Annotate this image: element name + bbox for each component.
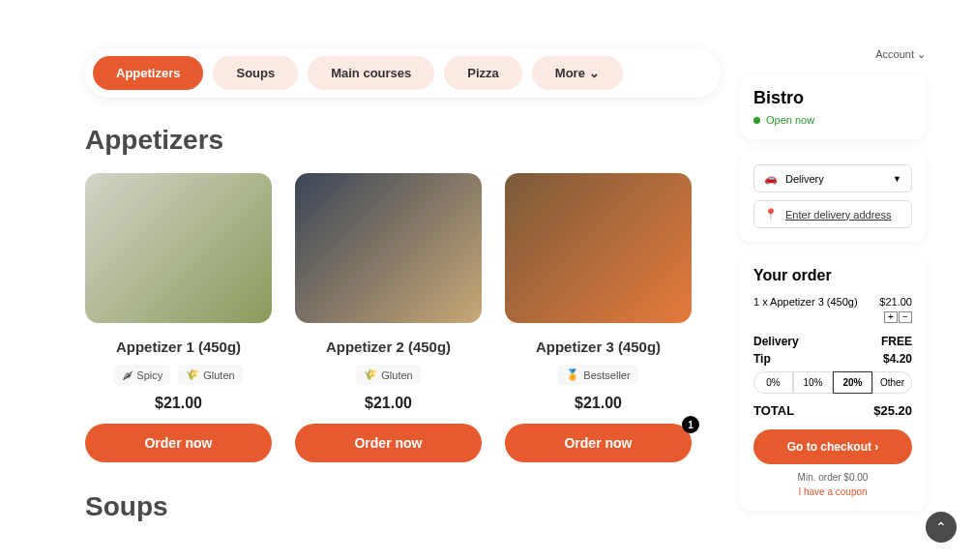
chevron-down-icon: ⌄ (917, 48, 926, 60)
delivery-fee-value: FREE (881, 335, 912, 348)
product-title: Appetizer 2 (450g) (295, 339, 482, 355)
tip-row: Tip $4.20 (753, 352, 912, 366)
order-panel: Your order 1 x Appetizer 3 (450g) $21.00… (740, 253, 926, 511)
chevron-down-icon: ⌄ (589, 66, 600, 80)
chili-icon: 🌶 (122, 369, 133, 381)
tab-main-courses[interactable]: Main courses (308, 56, 434, 90)
product-price: $21.00 (505, 395, 692, 412)
restaurant-name: Bistro (753, 88, 912, 108)
status-dot-icon (753, 117, 760, 124)
restaurant-panel: Bistro Open now (740, 74, 926, 139)
tab-more[interactable]: More ⌄ (532, 56, 623, 90)
order-button[interactable]: Order now (295, 424, 482, 462)
delivery-panel: 🚗 Delivery ▼ 📍 Enter delivery address (740, 151, 926, 242)
total-value: $25.20 (873, 403, 912, 418)
quantity-stepper: + − (753, 311, 912, 323)
order-line-item: 1 x Appetizer 3 (450g) $21.00 (753, 296, 912, 308)
product-title: Appetizer 3 (450g) (505, 339, 692, 355)
product-price: $21.00 (85, 395, 272, 412)
caret-down-icon: ▼ (893, 174, 901, 184)
product-image[interactable] (295, 173, 482, 323)
product-price: $21.00 (295, 395, 482, 412)
wheat-icon: 🌾 (364, 368, 377, 381)
tag-label: Spicy (136, 369, 162, 381)
tip-option-20[interactable]: 20% (833, 371, 872, 394)
delivery-address-input[interactable]: 📍 Enter delivery address (753, 200, 912, 228)
product-image[interactable] (505, 173, 692, 323)
address-prompt: Enter delivery address (785, 209, 891, 221)
product-card: Appetizer 2 (450g) 🌾 Gluten $21.00 Order… (295, 173, 482, 462)
scroll-to-top-button[interactable]: ⌃ (926, 512, 957, 543)
tag-label: Gluten (203, 369, 234, 381)
product-image[interactable] (85, 173, 272, 323)
open-status: Open now (753, 114, 912, 126)
tab-more-label: More (555, 66, 585, 80)
tag-gluten: 🌾 Gluten (356, 365, 420, 385)
tip-options: 0% 10% 20% Other (753, 371, 912, 394)
product-tags: 🌶 Spicy 🌾 Gluten (85, 365, 272, 385)
tip-option-0[interactable]: 0% (753, 371, 793, 394)
wheat-icon: 🌾 (186, 368, 199, 381)
tip-value: $4.20 (883, 352, 912, 366)
quantity-decrease-button[interactable]: − (899, 311, 912, 323)
min-order-text: Min. order $0.00 (753, 472, 912, 483)
tag-gluten: 🌾 Gluten (178, 365, 242, 385)
tip-option-10[interactable]: 10% (793, 371, 833, 394)
order-item-label: 1 x Appetizer 3 (450g) (753, 296, 858, 308)
tag-bestseller: 🏅 Bestseller (558, 365, 637, 385)
tag-spicy: 🌶 Spicy (114, 365, 170, 385)
order-title: Your order (753, 267, 912, 284)
tip-option-other[interactable]: Other (872, 371, 912, 394)
chevron-right-icon: › (874, 440, 878, 454)
coupon-link[interactable]: I have a coupon (753, 486, 912, 497)
quantity-increase-button[interactable]: + (884, 311, 898, 323)
car-icon: 🚗 (764, 172, 778, 185)
section-title-soups: Soups (85, 491, 721, 522)
tag-label: Bestseller (583, 369, 630, 381)
pin-icon: 📍 (764, 208, 778, 221)
cart-quantity-badge: 1 (682, 416, 699, 433)
tip-label: Tip (753, 352, 771, 366)
total-row: TOTAL $25.20 (753, 403, 912, 418)
order-item-price: $21.00 (879, 296, 912, 308)
open-label: Open now (766, 114, 814, 126)
section-title-appetizers: Appetizers (85, 125, 721, 156)
delivery-method-select[interactable]: 🚗 Delivery ▼ (753, 164, 912, 192)
product-title: Appetizer 1 (450g) (85, 339, 272, 355)
account-menu[interactable]: Account ⌄ (740, 48, 926, 61)
product-cards: Appetizer 1 (450g) 🌶 Spicy 🌾 Gluten $21.… (85, 173, 721, 462)
tab-pizza[interactable]: Pizza (444, 56, 522, 90)
order-button[interactable]: Order now (85, 424, 272, 462)
category-tabs: Appetizers Soups Main courses Pizza More… (85, 48, 721, 98)
delivery-label: Delivery (785, 173, 824, 185)
medal-icon: 🏅 (566, 368, 579, 381)
checkout-label: Go to checkout (787, 440, 871, 454)
order-button[interactable]: Order now (505, 424, 692, 462)
total-label: TOTAL (753, 403, 794, 418)
tag-label: Gluten (381, 369, 412, 381)
product-card: Appetizer 3 (450g) 🏅 Bestseller $21.00 O… (505, 173, 692, 462)
checkout-button[interactable]: Go to checkout › (753, 429, 912, 464)
product-card: Appetizer 1 (450g) 🌶 Spicy 🌾 Gluten $21.… (85, 173, 272, 462)
account-label: Account (875, 48, 914, 60)
delivery-fee-label: Delivery (753, 335, 799, 348)
chevron-up-icon: ⌃ (935, 519, 947, 535)
tab-soups[interactable]: Soups (213, 56, 298, 90)
product-tags: 🏅 Bestseller (505, 365, 692, 385)
tab-appetizers[interactable]: Appetizers (93, 56, 203, 90)
delivery-fee-row: Delivery FREE (753, 335, 912, 348)
product-tags: 🌾 Gluten (295, 365, 482, 385)
